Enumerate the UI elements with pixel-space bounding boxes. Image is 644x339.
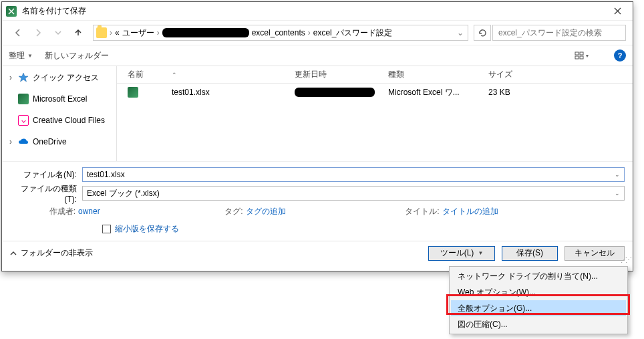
refresh-button[interactable] [474,25,491,41]
chevron-down-icon[interactable]: ⌄ [457,28,464,37]
chevron-down-icon[interactable]: ⌄ [615,190,620,197]
forward-button[interactable] [29,25,47,41]
fields: ファイル名(N): test01.xlsx ⌄ ファイルの種類(T): Exce… [2,161,633,241]
tree-ms-excel[interactable]: Microsoft Excel [2,90,116,108]
help-button[interactable]: ? [614,49,626,62]
tools-button[interactable]: ツール(L) ▼ [428,246,495,261]
menu-web-options[interactable]: Web オプション(W)... [451,284,626,300]
folder-icon [96,27,107,38]
file-name: test01.xlsx [172,88,210,97]
list-header: 名前 ⌃ 更新日時 種類 サイズ [117,66,633,84]
col-date-header[interactable]: 更新日時 [295,70,327,79]
breadcrumb[interactable]: › « ユーザー › excel_contents › excel_パスワード設… [93,25,468,41]
tree-cc-files[interactable]: Creative Cloud Files [2,112,116,129]
tree-quick-access[interactable]: › クイック アクセス [2,69,116,86]
col-size-header[interactable]: サイズ [488,70,512,79]
thumbnail-checkbox[interactable] [102,225,111,233]
search-input[interactable] [497,27,621,38]
col-name-header[interactable]: 名前 [128,69,144,80]
col-type-header[interactable]: 種類 [388,70,404,79]
save-as-dialog: 名前を付けて保存 › « ユーザー › excel_contents › exc… [1,1,633,271]
excel-file-icon [128,87,138,98]
tools-menu: ネットワーク ドライブの割り当て(N)... Web オプション(W)... 全… [449,266,628,334]
author-label: 作成者: [30,206,75,217]
svg-rect-3 [580,56,583,59]
redacted-date [295,88,375,97]
recent-locations-button[interactable] [49,25,67,41]
back-button[interactable] [9,25,27,41]
redacted-path [162,28,249,37]
view-options-button[interactable]: ▼ [569,48,595,63]
breadcrumb-prefix: « [115,28,120,37]
body: › クイック アクセス Microsoft Excel Creative Clo… [2,66,633,161]
chevron-down-icon: ▼ [27,53,33,59]
filename-label: ファイル名(N): [10,169,82,181]
new-folder-button[interactable]: 新しいフォルダー [45,50,109,62]
tag-label: タグ: [216,206,243,217]
breadcrumb-user[interactable]: ユーザー [122,27,154,39]
chevron-right-icon: › [308,28,311,37]
titlebar: 名前を付けて保存 [2,2,633,21]
chevron-down-icon[interactable]: ⌄ [615,171,620,178]
expander-icon[interactable]: › [7,73,14,82]
creative-cloud-icon [18,115,29,126]
search-box[interactable] [492,25,626,41]
resize-grip-icon[interactable]: ⋰⋰ [621,256,630,263]
organize-button[interactable]: 整理 ▼ [9,50,33,62]
chevron-right-icon: › [157,28,160,37]
title-value[interactable]: タイトルの追加 [442,206,498,217]
nav-pane: › クイック アクセス Microsoft Excel Creative Clo… [2,66,117,161]
file-size: 23 KB [488,88,510,97]
file-list: 名前 ⌃ 更新日時 種類 サイズ test01.xlsx Microsoft E… [117,66,633,161]
file-type: Microsoft Excel ワ... [388,88,460,97]
chevron-right-icon: › [110,28,112,37]
author-value[interactable]: owner [78,207,100,216]
excel-app-icon [6,6,17,17]
nav-row: › « ユーザー › excel_contents › excel_パスワード設… [2,21,633,45]
svg-rect-2 [575,56,579,59]
chevron-down-icon: ▼ [478,250,483,256]
excel-icon [18,94,29,104]
tag-value[interactable]: タグの追加 [246,206,286,217]
title-label: タイトル: [402,206,440,217]
svg-rect-1 [580,52,583,55]
sort-caret-icon: ⌃ [172,72,177,78]
star-icon [18,72,29,83]
filetype-select[interactable]: Excel ブック (*.xlsx) ⌄ [82,186,625,201]
breadcrumb-password[interactable]: excel_パスワード設定 [313,27,393,39]
tree-onedrive[interactable]: › OneDrive [2,133,116,150]
close-button[interactable] [602,2,633,21]
up-button[interactable] [69,25,88,41]
filetype-label: ファイルの種類(T): [10,183,82,204]
list-row[interactable]: test01.xlsx Microsoft Excel ワ... 23 KB [117,84,633,101]
save-button[interactable]: 保存(S) [502,246,558,261]
chevron-up-icon [10,250,17,257]
hide-folders-button[interactable]: フォルダーの非表示 [10,247,93,259]
filename-input[interactable]: test01.xlsx ⌄ [82,167,625,182]
thumbnail-label: 縮小版を保存する [115,223,179,235]
bottom-bar: フォルダーの非表示 ツール(L) ▼ 保存(S) キャンセル ⋰⋰ [2,241,633,265]
onedrive-icon [18,136,29,147]
expander-icon[interactable]: › [7,137,14,146]
cancel-button[interactable]: キャンセル [565,246,625,261]
svg-rect-0 [575,52,579,55]
chevron-down-icon: ▼ [585,53,590,58]
menu-compress-pictures[interactable]: 図の圧縮(C)... [451,316,626,332]
toolbar: 整理 ▼ 新しいフォルダー ▼ ? [2,45,633,66]
menu-map-network-drive[interactable]: ネットワーク ドライブの割り当て(N)... [451,268,626,284]
dialog-title: 名前を付けて保存 [22,5,86,17]
menu-general-options[interactable]: 全般オプション(G)... [451,300,626,316]
breadcrumb-contents[interactable]: excel_contents [252,28,305,37]
